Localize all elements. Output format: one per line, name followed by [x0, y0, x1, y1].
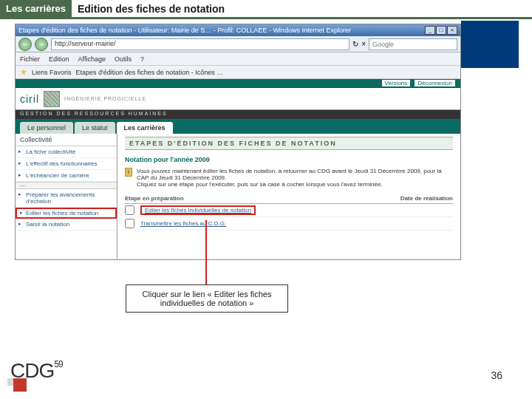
favorites-page[interactable]: Etapes d'édition des fiches de notation … — [76, 69, 224, 76]
steps-header: Etape en préparation Date de réalisation — [125, 194, 453, 204]
app-workspace: Collectivité La fiche collectivité L'eff… — [16, 134, 460, 259]
brand-logo-text: ciril — [20, 93, 39, 105]
sidebar: Collectivité La fiche collectivité L'eff… — [16, 134, 117, 259]
forward-button[interactable]: → — [35, 38, 48, 51]
col-step: Etape en préparation — [125, 195, 357, 202]
footer-logo: CDG59 — [10, 359, 63, 383]
callout-pointer-line — [205, 220, 207, 285]
slide-header: Les carrières Edition des fiches de nota… — [0, 0, 532, 19]
callout-box: Cliquer sur le lien « Editer les fiches … — [126, 284, 288, 313]
sidebar-item-avancements[interactable]: Préparer les avancements d'échelon — [16, 189, 117, 208]
tab-carrieres[interactable]: Les carrières — [117, 122, 173, 134]
maximize-button[interactable]: □ — [436, 26, 446, 35]
step-2-link[interactable]: Transmettre les fiches au C.D.G. — [140, 220, 226, 227]
window-titlebar: Etapes d'édition des fiches de notation … — [16, 24, 460, 36]
step-1-link[interactable]: Editer les fiches individuelles de notat… — [140, 205, 256, 215]
menu-edit[interactable]: Edition — [49, 55, 69, 63]
sidebar-section-collectivite: Collectivité — [16, 134, 117, 146]
stop-icon[interactable]: × — [361, 40, 366, 48]
window-title-text: Etapes d'édition des fiches de notation … — [18, 27, 351, 34]
minimize-button[interactable]: _ — [425, 26, 435, 35]
sidebar-item-echeancier[interactable]: L'échéancier de carrière — [16, 170, 117, 182]
tab-statut[interactable]: Le statut — [75, 122, 115, 134]
step-2-checkbox[interactable] — [125, 219, 134, 228]
link-versions[interactable]: Versions — [381, 79, 412, 87]
app-topstrip: Versions Déconnexion — [16, 79, 460, 88]
browser-window: Etapes d'édition des fiches de notation … — [15, 24, 461, 260]
step-row-2: Transmettre les fiches au C.D.G. — [125, 217, 453, 231]
back-button[interactable]: ← — [18, 38, 32, 51]
menu-view[interactable]: Affichage — [78, 55, 106, 63]
col-date: Date de réalisation — [357, 195, 453, 202]
refresh-icon[interactable]: ↻ — [352, 40, 358, 48]
menu-help[interactable]: ? — [140, 55, 144, 63]
app-tabs-row: Le personnel Le statut Les carrières — [16, 119, 460, 134]
brand-subtitle: GESTION DES RESSOURCES HUMAINES — [16, 110, 460, 119]
step-row-1: Editer les fiches individuelles de notat… — [125, 204, 453, 217]
page-number: 36 — [491, 369, 502, 381]
sidebar-item-saisir[interactable]: Saisir la notation — [16, 219, 117, 231]
tab-personnel[interactable]: Le personnel — [20, 122, 73, 134]
browser-menu-bar: Fichier Edition Affichage Outils ? — [16, 52, 460, 66]
browser-nav-bar: ← → http://serveur-mairie/ ↻ × — [16, 36, 460, 52]
sidebar-item-fiche[interactable]: La fiche collectivité — [16, 146, 117, 158]
search-input[interactable] — [369, 38, 457, 50]
favorites-label[interactable]: Liens Favoris — [32, 69, 72, 76]
link-logout[interactable]: Déconnexion — [414, 79, 456, 87]
address-bar[interactable]: http://serveur-mairie/ — [51, 38, 349, 50]
favorites-star-icon[interactable]: ★ — [20, 67, 27, 77]
sidebar-separator: — — [16, 182, 117, 189]
close-button[interactable]: × — [447, 26, 457, 35]
main-panel: ETAPES D'ÉDITION DES FICHES DE NOTATION … — [117, 134, 460, 259]
decor-blue-block — [461, 21, 519, 68]
main-subheading: Notation pour l'année 2009 — [125, 156, 453, 163]
brand-logo-icon — [44, 91, 60, 107]
main-heading: ETAPES D'ÉDITION DES FICHES DE NOTATION — [125, 137, 453, 150]
info-icon: i — [125, 168, 132, 177]
brand-tagline: INGÉNIERIE PROGICIELLE — [64, 96, 146, 101]
sidebar-item-effectif[interactable]: L'effectif des fonctionnaires — [16, 158, 117, 170]
slide-title: Edition des fiches de notation — [72, 0, 231, 18]
app-brand-row: ciril INGÉNIERIE PROGICIELLE — [16, 88, 460, 110]
favorites-bar: ★ Liens Favoris Etapes d'édition des fic… — [16, 66, 460, 79]
menu-file[interactable]: Fichier — [20, 55, 40, 63]
step-1-checkbox[interactable] — [125, 205, 134, 215]
sidebar-item-editer-fiches[interactable]: Editer les fiches de notation — [16, 208, 117, 219]
menu-tools[interactable]: Outils — [115, 55, 132, 63]
info-row: i Vous pouvez maintenant éditer les fich… — [125, 168, 453, 188]
section-tab: Les carrières — [0, 0, 72, 17]
info-line-1: Vous pouvez maintenant éditer les fiches… — [137, 168, 453, 181]
info-line-2: Cliquez sur une étape pour l'exécuter, p… — [137, 181, 453, 188]
